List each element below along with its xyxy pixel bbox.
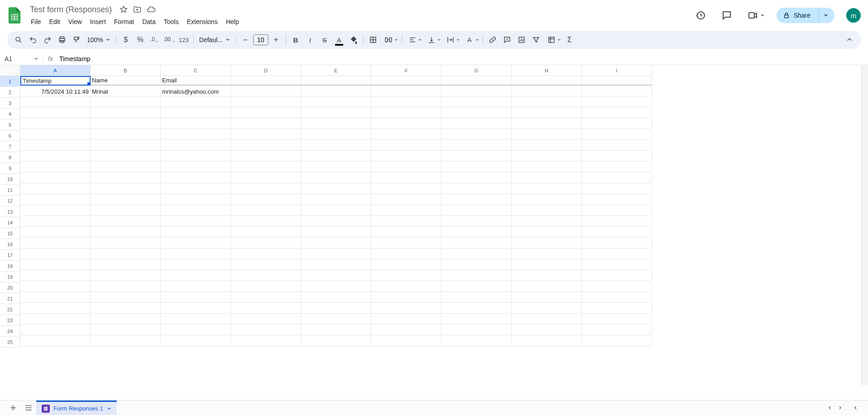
cell[interactable]: [161, 163, 231, 172]
menu-view[interactable]: View: [65, 16, 86, 27]
row-header[interactable]: 18: [0, 261, 20, 272]
text-color-icon[interactable]: A: [332, 33, 346, 47]
row-header[interactable]: 10: [0, 174, 20, 185]
cell[interactable]: [20, 163, 91, 172]
cell[interactable]: [20, 185, 91, 194]
increase-font-icon[interactable]: +: [269, 33, 283, 47]
cell[interactable]: [161, 141, 231, 151]
insert-comment-icon[interactable]: [500, 33, 514, 47]
cell[interactable]: [371, 228, 441, 238]
cell[interactable]: [91, 206, 161, 216]
cell[interactable]: [512, 293, 582, 303]
cell[interactable]: 7/5/2024 10:11:49: [20, 87, 91, 96]
cell[interactable]: [371, 250, 441, 259]
cell[interactable]: [512, 152, 582, 162]
cell[interactable]: [441, 98, 512, 107]
cell[interactable]: [20, 141, 91, 151]
cell[interactable]: [301, 87, 371, 96]
cell[interactable]: [161, 337, 231, 346]
cell[interactable]: [161, 98, 231, 107]
cell[interactable]: [512, 217, 582, 227]
cell[interactable]: [231, 185, 301, 194]
row-header[interactable]: 11: [0, 185, 20, 196]
column-header[interactable]: H: [512, 65, 582, 76]
cell[interactable]: [20, 282, 91, 292]
cell[interactable]: [371, 282, 441, 292]
cell[interactable]: [441, 163, 512, 172]
cell[interactable]: [91, 141, 161, 151]
cell[interactable]: [512, 119, 582, 129]
cell[interactable]: [512, 239, 582, 248]
star-icon[interactable]: [119, 5, 128, 14]
cell[interactable]: [91, 185, 161, 194]
cell[interactable]: [161, 196, 231, 205]
cell[interactable]: [231, 228, 301, 238]
cell[interactable]: [512, 141, 582, 151]
menu-tools[interactable]: Tools: [160, 16, 182, 27]
more-formats-button[interactable]: 123: [177, 33, 191, 47]
undo-icon[interactable]: [26, 33, 40, 47]
cell[interactable]: [582, 304, 652, 314]
cell[interactable]: [441, 217, 512, 227]
cell[interactable]: [301, 272, 371, 281]
horizontal-align-button[interactable]: [405, 33, 423, 47]
cell[interactable]: [161, 152, 231, 162]
move-icon[interactable]: [133, 5, 142, 14]
cell[interactable]: [91, 261, 161, 270]
cell[interactable]: [301, 250, 371, 259]
cell[interactable]: [161, 130, 231, 140]
menu-edit[interactable]: Edit: [46, 16, 64, 27]
cell[interactable]: [441, 87, 512, 96]
cell[interactable]: [301, 228, 371, 238]
cell[interactable]: [371, 326, 441, 335]
cell[interactable]: [582, 98, 652, 107]
cell[interactable]: [91, 239, 161, 248]
cell[interactable]: [161, 239, 231, 248]
cell[interactable]: [91, 119, 161, 129]
percent-icon[interactable]: %: [134, 33, 147, 47]
formula-input[interactable]: [58, 54, 868, 63]
cell[interactable]: [371, 293, 441, 303]
cell[interactable]: [582, 282, 652, 292]
cell[interactable]: [582, 239, 652, 248]
cell[interactable]: [371, 174, 441, 183]
cell[interactable]: [20, 98, 91, 107]
bold-icon[interactable]: B: [289, 33, 302, 47]
cell[interactable]: [231, 163, 301, 172]
cell[interactable]: [231, 87, 301, 96]
cell[interactable]: [231, 261, 301, 270]
row-header[interactable]: 12: [0, 196, 20, 206]
font-select[interactable]: Defaul...: [197, 36, 233, 43]
menu-help[interactable]: Help: [222, 16, 243, 27]
cell[interactable]: [231, 282, 301, 292]
row-header[interactable]: 8: [0, 152, 20, 163]
fill-color-icon[interactable]: [347, 33, 360, 47]
paint-format-icon[interactable]: [70, 33, 83, 47]
column-header[interactable]: C: [161, 65, 231, 76]
cell[interactable]: [301, 76, 371, 86]
row-header[interactable]: 7: [0, 141, 20, 152]
print-icon[interactable]: [55, 33, 69, 47]
cell[interactable]: [582, 109, 652, 118]
cell[interactable]: [582, 174, 652, 183]
cell[interactable]: [512, 272, 582, 281]
cell[interactable]: [301, 196, 371, 205]
insert-link-icon[interactable]: [486, 33, 499, 47]
cell[interactable]: [371, 304, 441, 314]
cell[interactable]: [231, 217, 301, 227]
cell[interactable]: [91, 250, 161, 259]
cell[interactable]: [582, 272, 652, 281]
cell[interactable]: [20, 326, 91, 335]
cell[interactable]: [161, 315, 231, 324]
cell[interactable]: [301, 98, 371, 107]
cell[interactable]: [301, 119, 371, 129]
name-box[interactable]: A1: [0, 55, 43, 62]
add-sheet-icon[interactable]: [5, 401, 21, 415]
cell[interactable]: [512, 304, 582, 314]
font-size-input[interactable]: [253, 34, 269, 45]
cell[interactable]: [582, 206, 652, 216]
cell[interactable]: Timestamp: [20, 76, 91, 86]
cell[interactable]: [371, 163, 441, 172]
cell[interactable]: [371, 272, 441, 281]
cell[interactable]: [441, 337, 512, 346]
